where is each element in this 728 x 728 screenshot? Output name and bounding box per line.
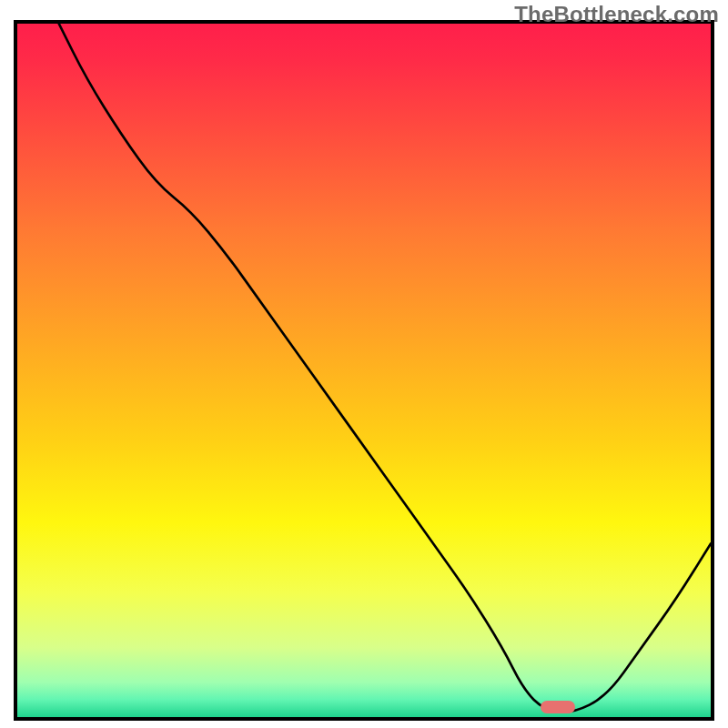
bottleneck-curve-path [59,24,711,713]
optimal-marker [541,701,575,713]
curve-layer [17,24,711,717]
chart-stage: TheBottleneck.com [0,0,728,728]
optimal-marker-pill [541,701,575,713]
plot-area [14,20,714,721]
watermark-text: TheBottleneck.com [514,2,719,27]
